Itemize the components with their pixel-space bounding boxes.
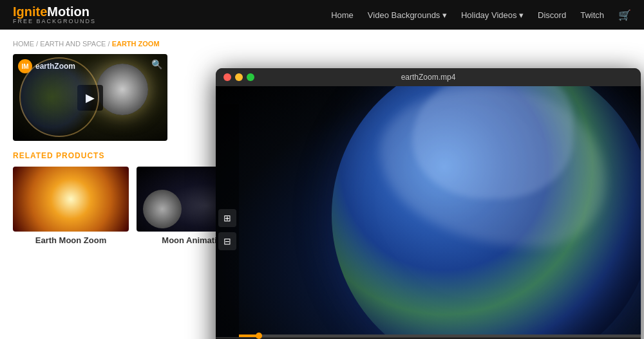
product-name-1: Earth Moon Zoom — [13, 235, 129, 245]
breadcrumb-home[interactable]: HOME — [13, 40, 34, 48]
breadcrumb-current: EARTH ZOOM — [112, 40, 160, 48]
video-thumbnail-area: IM earthZoom 🔍 ▶ — [13, 54, 167, 141]
breadcrumb: HOME / EARTH AND SPACE / EARTH ZOOM — [13, 36, 631, 48]
thumb-title-bar: IM earthZoom — [18, 59, 75, 73]
player-titlebar: earthZoom.mp4 — [216, 68, 641, 86]
product-card-1[interactable]: Earth Moon Zoom — [13, 167, 129, 245]
nav-discord[interactable]: Discord — [538, 10, 566, 20]
nav-twitch[interactable]: Twitch — [580, 10, 604, 20]
sidebar-chapters-icon[interactable]: ⊞ — [218, 209, 236, 227]
main-content: HOME / EARTH AND SPACE / EARTH ZOOM IM e… — [0, 30, 644, 339]
media-player: earthZoom.mp4 ⊞ ⊟ ⏮ ⏪ ▶ ⏩ ⏭ 🔊 — [216, 68, 641, 339]
player-video-area[interactable]: ⊞ ⊟ — [216, 86, 641, 337]
thumb-video-title: earthZoom — [35, 62, 75, 71]
video-thumbnail[interactable]: IM earthZoom 🔍 ▶ — [13, 54, 167, 141]
logo-sub: FREE BACKGROUNDS — [13, 18, 96, 24]
maximize-button[interactable] — [247, 73, 254, 81]
thumb-logo-icon: IM — [18, 59, 32, 73]
sidebar-pip-icon[interactable]: ⊟ — [218, 232, 236, 250]
player-sidebar: ⊞ ⊟ — [216, 104, 239, 337]
close-button[interactable] — [223, 73, 231, 81]
cart-icon[interactable]: 🛒 — [618, 9, 631, 21]
logo: IgniteMotion FREE BACKGROUNDS — [13, 5, 96, 24]
thumb-play-button[interactable]: ▶ — [77, 85, 103, 111]
earth-visual — [332, 86, 641, 337]
product-thumb-1 — [13, 167, 129, 232]
logo-text: IgniteMotion — [13, 5, 96, 18]
breadcrumb-section[interactable]: EARTH AND SPACE — [40, 40, 106, 48]
nav-holiday-videos[interactable]: Holiday Videos ▾ — [461, 10, 524, 20]
thumb-search-icon[interactable]: 🔍 — [151, 59, 162, 69]
progress-bar[interactable] — [239, 334, 641, 337]
main-nav: Home Video Backgrounds ▾ Holiday Videos … — [331, 9, 631, 21]
player-filename: earthZoom.mp4 — [401, 73, 456, 82]
logo-area: IgniteMotion FREE BACKGROUNDS — [13, 5, 96, 24]
header: IgniteMotion FREE BACKGROUNDS Home Video… — [0, 0, 644, 30]
progress-dot[interactable] — [256, 333, 262, 339]
traffic-lights — [223, 73, 254, 81]
nav-video-backgrounds[interactable]: Video Backgrounds ▾ — [368, 10, 447, 20]
minimize-button[interactable] — [235, 73, 243, 81]
nav-home[interactable]: Home — [331, 10, 354, 20]
